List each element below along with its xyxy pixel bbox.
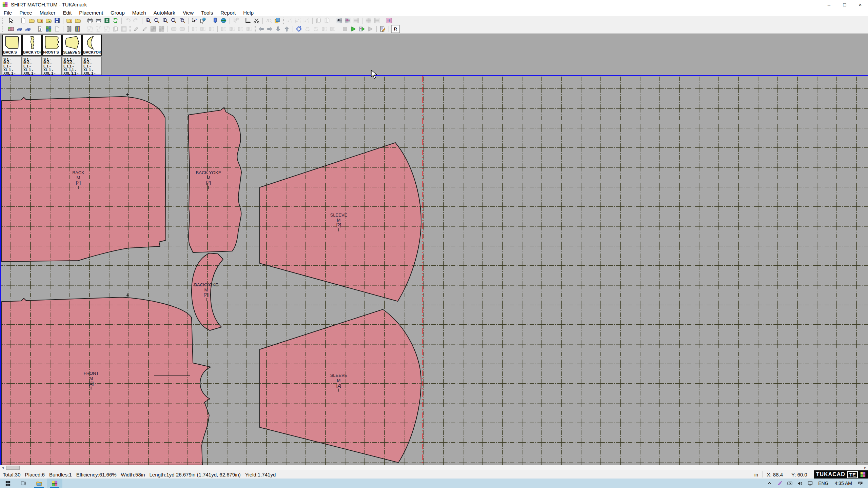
zoom-window-icon[interactable]: [153, 17, 161, 24]
ruler-icon[interactable]: [244, 17, 252, 24]
bundle-stack-icon[interactable]: [24, 25, 32, 33]
scroll-right-button[interactable]: ►: [863, 466, 868, 469]
language-indicator[interactable]: ENG: [818, 481, 828, 486]
notification-center-icon[interactable]: [856, 479, 865, 488]
receive-marker-icon[interactable]: [74, 17, 82, 24]
scroll-left-button[interactable]: ◄: [0, 466, 5, 469]
new-marker-icon[interactable]: [19, 17, 27, 24]
marker-properties-icon[interactable]: [7, 25, 15, 33]
cut-group-icon[interactable]: [103, 25, 111, 33]
rotate-180-icon[interactable]: [312, 25, 320, 33]
grid-off-icon[interactable]: [352, 17, 360, 24]
tukamark-app-button[interactable]: [47, 479, 62, 488]
toolbar-drag-handle[interactable]: [2, 18, 5, 24]
pen-tool-tray-icon[interactable]: [775, 479, 784, 488]
refresh-icon[interactable]: [111, 17, 120, 24]
page-blank-icon[interactable]: [53, 25, 61, 33]
menu-item[interactable]: Group: [107, 9, 129, 16]
pair-rotate-icon[interactable]: [236, 25, 245, 33]
open-model-icon[interactable]: [36, 17, 44, 24]
volume-tray-icon[interactable]: [795, 479, 804, 488]
select-group-icon[interactable]: [86, 25, 94, 33]
piece-list-icon[interactable]: [273, 17, 281, 24]
marker-canvas[interactable]: BACK M [2] BACK YOKE M [2] SLEEVE M [2] …: [0, 75, 868, 465]
fabric-plain-icon[interactable]: [65, 25, 74, 33]
find-piece-icon[interactable]: [264, 17, 273, 24]
fabric-stripe-icon[interactable]: [74, 25, 82, 33]
piece-label-sleeve-top[interactable]: SLEEVE M [2]: [330, 213, 348, 231]
close-button[interactable]: ×: [852, 0, 868, 9]
marker-info-icon[interactable]: [219, 17, 228, 24]
page-setup-icon[interactable]: [36, 25, 44, 33]
bump-left-icon[interactable]: [257, 25, 265, 33]
save-icon[interactable]: [53, 17, 61, 24]
tile-icon[interactable]: [157, 25, 166, 33]
redo-icon[interactable]: [132, 17, 140, 24]
menu-item[interactable]: Placement: [75, 9, 107, 16]
grid-copy-icon[interactable]: [364, 17, 373, 24]
file-explorer-button[interactable]: [31, 479, 47, 488]
network-tray-icon[interactable]: [806, 479, 814, 488]
piece-library-item[interactable]: BACKYOKE S 1 - M 0 - L 1 - XL 1 - XXL 1 …: [82, 35, 102, 75]
piece-label-front[interactable]: FRONT M [2]: [84, 371, 99, 390]
piece-library-item[interactable]: BACK S S 1 - M 0 - L 1 - XL 1 - XXL 1 -: [2, 35, 22, 75]
bump-down-icon[interactable]: [274, 25, 282, 33]
order-stack-icon[interactable]: [15, 25, 24, 33]
minimize-button[interactable]: –: [821, 0, 837, 9]
report-icon[interactable]: [378, 25, 387, 33]
menu-item[interactable]: Match: [129, 9, 150, 16]
flip-y-icon[interactable]: [199, 25, 207, 33]
select-cursor-icon[interactable]: [7, 17, 15, 24]
bump-up-icon[interactable]: [282, 25, 291, 33]
toolbar-drag-handle[interactable]: [2, 26, 5, 32]
layout-blocks-icon[interactable]: [44, 25, 53, 33]
overlap-icon[interactable]: [149, 25, 157, 33]
menu-item[interactable]: Tools: [197, 9, 217, 16]
automark-settings-icon[interactable]: [358, 25, 366, 33]
split-piece-icon[interactable]: [252, 17, 261, 24]
rotate-free-icon[interactable]: [295, 25, 303, 33]
horizontal-scrollbar[interactable]: ◄ ►: [0, 465, 868, 470]
tilt-icon[interactable]: [320, 25, 329, 33]
send-marker-icon[interactable]: [65, 17, 74, 24]
maximize-button[interactable]: □: [837, 0, 852, 9]
zoom-full-icon[interactable]: [144, 17, 153, 24]
flip-x-icon[interactable]: [190, 25, 199, 33]
automark-run-icon[interactable]: [349, 25, 358, 33]
piece-library-item[interactable]: SLEEVE S S 1,1 - M 0,0 - L 1,1 - XL 1,1 …: [62, 35, 82, 75]
menu-item[interactable]: Piece: [16, 9, 36, 16]
automark-next-icon[interactable]: [366, 25, 375, 33]
piece-label-back[interactable]: BACK M [2]: [72, 170, 84, 189]
piece-library-item[interactable]: BACK YOKE S 1 - M 0 - L 1 - XL 1 - XXL 1…: [22, 35, 42, 75]
add-group-icon[interactable]: [285, 17, 294, 24]
split-group-icon[interactable]: [302, 17, 311, 24]
pair-rotate-2-icon[interactable]: [245, 25, 253, 33]
slide-icon[interactable]: [329, 25, 337, 33]
pair-flip-y-icon[interactable]: [228, 25, 236, 33]
piece-library-item[interactable]: FRONT S S 1 - M 0 - L 1 - XL 1 - XXL 1 -: [42, 35, 62, 75]
piece-label-back-yoke[interactable]: BACK YOKE M [2]: [196, 170, 221, 189]
task-view-button[interactable]: [16, 479, 31, 488]
r-mode-button[interactable]: [391, 25, 400, 33]
zoom-region-icon[interactable]: [178, 17, 186, 24]
copy-page-icon[interactable]: [323, 17, 331, 24]
match-info-icon[interactable]: [385, 17, 393, 24]
import-icon[interactable]: [44, 17, 53, 24]
move-group-icon[interactable]: [94, 25, 103, 33]
snip-piece-icon[interactable]: [140, 25, 149, 33]
zoom-in-icon[interactable]: [161, 17, 170, 24]
tray-expand-icon[interactable]: [765, 479, 774, 488]
zoom-out-icon[interactable]: [170, 17, 178, 24]
piece-label-backyoke[interactable]: BACKYOKE M [2]: [194, 283, 218, 301]
page-icon[interactable]: [314, 17, 323, 24]
help-select-icon[interactable]: [190, 17, 199, 24]
menu-item[interactable]: Report: [217, 9, 239, 16]
menu-item[interactable]: View: [179, 9, 197, 16]
draw-piece-icon[interactable]: [132, 25, 140, 33]
open-marker-icon[interactable]: [27, 17, 36, 24]
grid-info-icon[interactable]: [343, 17, 352, 24]
scroll-thumb[interactable]: [6, 466, 20, 470]
rotate-piece-icon[interactable]: [207, 25, 216, 33]
print-preview-icon[interactable]: [94, 17, 103, 24]
measure-icon[interactable]: [232, 17, 240, 24]
